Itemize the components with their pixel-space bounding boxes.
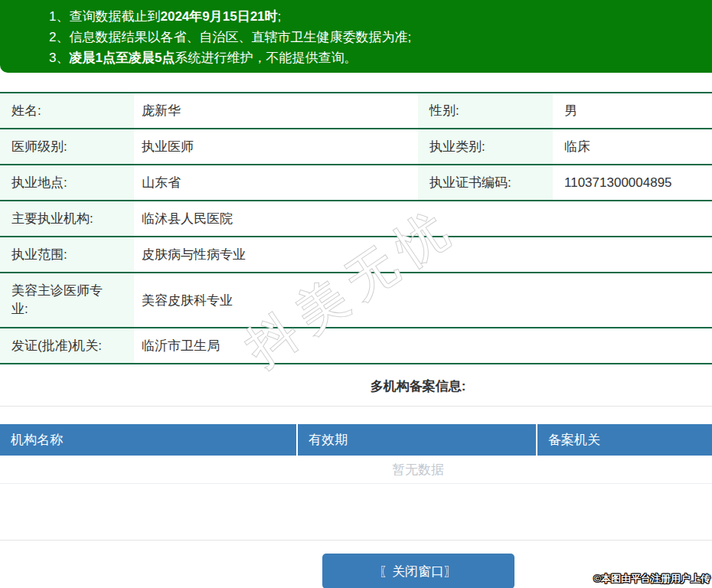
- main-org-value: 临沭县人民医院: [134, 201, 712, 237]
- table-row: 主要执业机构: 临沭县人民医院: [0, 201, 712, 237]
- level-value: 执业医师: [134, 129, 418, 165]
- main-org-label: 主要执业机构:: [0, 201, 134, 237]
- scope-label: 执业范围:: [0, 237, 134, 273]
- level-label: 医师级别:: [0, 129, 134, 165]
- name-value: 庞新华: [134, 93, 418, 129]
- notice-text: 信息数据结果以各省、自治区、直辖市卫生健康委数据为准;: [69, 30, 411, 44]
- table-row: 姓名: 庞新华 性别: 男: [0, 93, 712, 129]
- column-header-org-name: 机构名称: [0, 424, 298, 456]
- notice-text: 查询数据截止到: [69, 9, 160, 24]
- close-window-button[interactable]: 〖关闭窗口〗: [322, 554, 514, 588]
- page-content: 1、查询数据截止到2024年9月15日21时; 2、信息数据结果以各省、自治区、…: [0, 0, 712, 588]
- notice-text-after: ;: [278, 9, 282, 24]
- multi-org-section-title: 多机构备案信息:: [0, 377, 712, 394]
- table-row: 执业范围: 皮肤病与性病专业: [0, 237, 712, 273]
- category-value: 临床: [553, 129, 712, 165]
- notice-bold-text: 2024年9月15日21时: [160, 9, 277, 24]
- notice-item-2: 2、信息数据结果以各省、自治区、直辖市卫生健康委数据为准;: [49, 27, 712, 47]
- registration-table-header: 机构名称 有效期 备案机关: [0, 424, 712, 456]
- empty-data-placeholder: 暂无数据: [0, 456, 712, 484]
- column-header-record-authority: 备案机关: [537, 424, 712, 456]
- notice-banner: 1、查询数据截止到2024年9月15日21时; 2、信息数据结果以各省、自治区、…: [0, 0, 712, 73]
- notice-number: 1、: [49, 9, 69, 24]
- cosmetic-specialty-value: 美容皮肤科专业: [134, 273, 712, 328]
- cert-no-value: 110371300004895: [553, 165, 712, 201]
- doctor-info-table: 姓名: 庞新华 性别: 男 医师级别: 执业医师 执业类别: 临床 执业地点: …: [0, 92, 712, 364]
- notice-item-1: 1、查询数据截止到2024年9月15日21时;: [49, 6, 712, 27]
- name-label: 姓名:: [0, 93, 134, 129]
- notice-number: 2、: [49, 30, 69, 44]
- column-header-valid-period: 有效期: [298, 424, 537, 456]
- gender-value: 男: [553, 93, 712, 129]
- notice-bold-text: 凌晨1点至凌晨5点: [69, 51, 175, 65]
- location-value: 山东省: [134, 165, 418, 201]
- cosmetic-specialty-label: 美容主诊医师专业:: [0, 273, 134, 328]
- issuer-value: 临沂市卫生局: [134, 328, 712, 364]
- category-label: 执业类别:: [418, 129, 553, 165]
- gender-label: 性别:: [418, 93, 553, 129]
- notice-number: 3、: [49, 51, 69, 65]
- notice-text-after: 系统进行维护，不能提供查询。: [175, 51, 357, 65]
- location-label: 执业地点:: [0, 165, 134, 201]
- divider: [0, 406, 712, 407]
- cert-no-label: 执业证书编码:: [418, 165, 553, 201]
- table-row: 发证(批准)机关: 临沂市卫生局: [0, 328, 712, 364]
- divider: [0, 540, 712, 541]
- scope-value: 皮肤病与性病专业: [134, 237, 712, 273]
- notice-item-3: 3、凌晨1点至凌晨5点系统进行维护，不能提供查询。: [49, 47, 712, 68]
- table-row: 执业地点: 山东省 执业证书编码: 110371300004895: [0, 165, 712, 201]
- issuer-label: 发证(批准)机关:: [0, 328, 134, 364]
- table-row: 医师级别: 执业医师 执业类别: 临床: [0, 129, 712, 165]
- corner-upload-watermark: ©本图由平台注册用户上传: [593, 572, 710, 586]
- table-row: 美容主诊医师专业: 美容皮肤科专业: [0, 273, 712, 328]
